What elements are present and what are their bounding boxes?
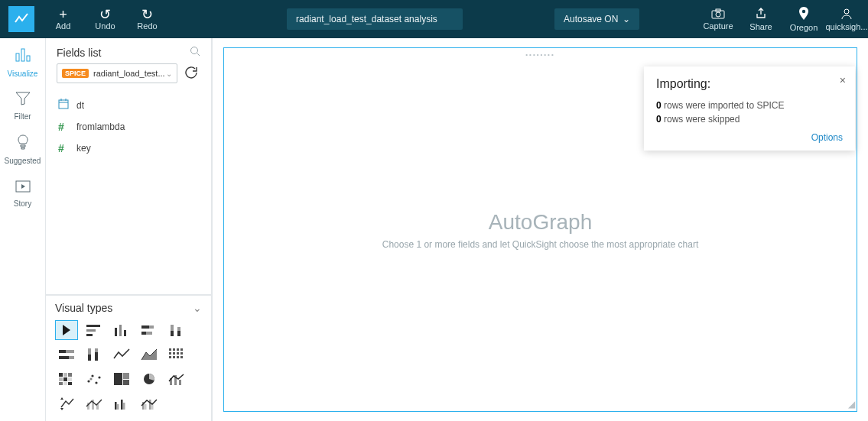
svg-rect-43 [180, 348, 183, 351]
topbar: + Add ↺ Undo ↻ Redo radiant_load_test_da… [0, 0, 868, 38]
svg-rect-28 [171, 331, 174, 336]
svg-point-3 [802, 9, 805, 12]
svg-rect-42 [177, 348, 179, 351]
vt-vstacked[interactable] [165, 320, 188, 340]
rail-visualize[interactable]: Visualize [0, 47, 45, 78]
vt-treemap[interactable] [110, 369, 133, 389]
svg-rect-56 [63, 377, 67, 381]
import-toast: × Importing: 0 rows were imported to SPI… [644, 66, 855, 151]
add-label: Add [56, 21, 71, 31]
svg-marker-74 [60, 408, 63, 410]
dataset-name: radiant_load_test... [93, 69, 165, 78]
vt-line[interactable] [110, 345, 133, 364]
add-button[interactable]: + Add [42, 0, 84, 38]
region-button[interactable]: Oregon [782, 0, 825, 38]
vt-combo[interactable] [165, 369, 188, 389]
visual-canvas[interactable]: •••••••• AutoGraph Choose 1 or more fiel… [223, 47, 857, 412]
rail-suggested[interactable]: Suggested [0, 134, 45, 165]
vt-heatmap[interactable] [55, 369, 78, 389]
vt-hstack100[interactable] [55, 345, 78, 364]
svg-rect-25 [141, 332, 146, 335]
visual-types-grid [55, 320, 202, 413]
canvas-wrap: •••••••• AutoGraph Choose 1 or more fiel… [213, 38, 868, 421]
capture-button[interactable]: Capture [697, 0, 740, 38]
autograph-subtitle: Choose 1 or more fields and let QuickSig… [382, 239, 699, 250]
autosave-toggle[interactable]: Autosave ON ⌄ [554, 8, 639, 30]
app-logo[interactable] [0, 0, 42, 38]
user-menu[interactable]: quicksigh... [825, 0, 868, 38]
svg-rect-59 [63, 382, 67, 385]
dataset-select[interactable]: SPICE radiant_load_test... ⌄ [57, 63, 177, 83]
field-item-fromlambda[interactable]: # fromlambda [52, 116, 205, 138]
story-icon [15, 179, 31, 196]
svg-rect-72 [179, 380, 181, 385]
field-list: dt # fromlambda # key [46, 91, 211, 162]
redo-button[interactable]: ↻ Redo [126, 0, 168, 38]
rail-filter[interactable]: Filter [0, 92, 45, 121]
svg-rect-21 [119, 325, 122, 336]
imported-text: rows were imported to SPICE [662, 100, 785, 111]
svg-rect-19 [86, 334, 93, 336]
resize-handle[interactable]: ◢ [848, 399, 855, 410]
vt-hstacked[interactable] [138, 320, 161, 340]
field-label: key [76, 143, 91, 154]
svg-line-11 [197, 53, 200, 56]
rail-story[interactable]: Story [0, 179, 45, 208]
vt-vstack100[interactable] [83, 345, 106, 364]
vt-clustered[interactable] [110, 393, 133, 413]
svg-rect-27 [171, 325, 174, 331]
undo-button[interactable]: ↺ Undo [84, 0, 126, 38]
svg-rect-48 [169, 356, 171, 358]
chevron-down-icon: ⌄ [166, 70, 172, 78]
vt-hbar[interactable] [83, 320, 106, 340]
svg-rect-54 [68, 373, 72, 377]
share-button[interactable]: Share [740, 0, 782, 38]
rail-visualize-label: Visualize [8, 70, 38, 78]
svg-rect-81 [123, 403, 125, 410]
svg-rect-78 [115, 402, 117, 410]
svg-rect-50 [177, 356, 179, 358]
svg-rect-47 [180, 352, 183, 355]
svg-rect-55 [59, 377, 63, 381]
vt-geospatial[interactable] [83, 393, 106, 413]
vt-scatter[interactable] [83, 369, 106, 389]
svg-rect-46 [177, 352, 179, 355]
search-icon[interactable] [190, 46, 200, 59]
refresh-button[interactable] [182, 66, 200, 81]
vt-kpi[interactable] [55, 393, 78, 413]
rail-filter-label: Filter [14, 112, 31, 121]
field-item-key[interactable]: # key [52, 138, 205, 159]
pin-icon [798, 7, 809, 23]
field-label: fromlambda [76, 121, 125, 132]
vt-combo-cluster[interactable] [138, 393, 161, 413]
autosave-label: Autosave ON [564, 14, 618, 24]
svg-point-61 [87, 380, 89, 382]
svg-point-64 [98, 376, 100, 378]
svg-rect-30 [177, 331, 180, 336]
vt-autograph[interactable] [55, 320, 78, 340]
analysis-title-input[interactable]: radiant_load_test_dataset analysis [287, 8, 463, 30]
field-item-dt[interactable]: dt [52, 94, 205, 116]
svg-rect-5 [16, 53, 19, 61]
svg-rect-52 [59, 373, 63, 377]
svg-point-1 [716, 12, 720, 17]
collapse-icon[interactable]: ⌄ [193, 302, 202, 314]
capture-label: Capture [703, 21, 733, 31]
left-rail: Visualize Filter Suggested Story [0, 38, 46, 421]
vt-vbar[interactable] [110, 320, 133, 340]
options-link[interactable]: Options [811, 132, 843, 143]
vt-area[interactable] [138, 345, 161, 364]
svg-marker-39 [141, 349, 157, 360]
svg-rect-45 [173, 352, 175, 355]
close-icon[interactable]: × [840, 74, 846, 86]
vt-pivot[interactable] [165, 345, 188, 364]
drag-handle[interactable]: •••••••• [525, 51, 554, 58]
svg-point-65 [89, 377, 92, 380]
skipped-count: 0 [656, 114, 662, 125]
svg-rect-24 [149, 325, 154, 329]
svg-rect-44 [169, 352, 171, 355]
redo-label: Redo [137, 21, 157, 31]
visual-types-panel: Visual types ⌄ [46, 294, 211, 421]
visual-types-header: Visual types ⌄ [55, 302, 202, 314]
vt-pie[interactable] [138, 369, 161, 389]
